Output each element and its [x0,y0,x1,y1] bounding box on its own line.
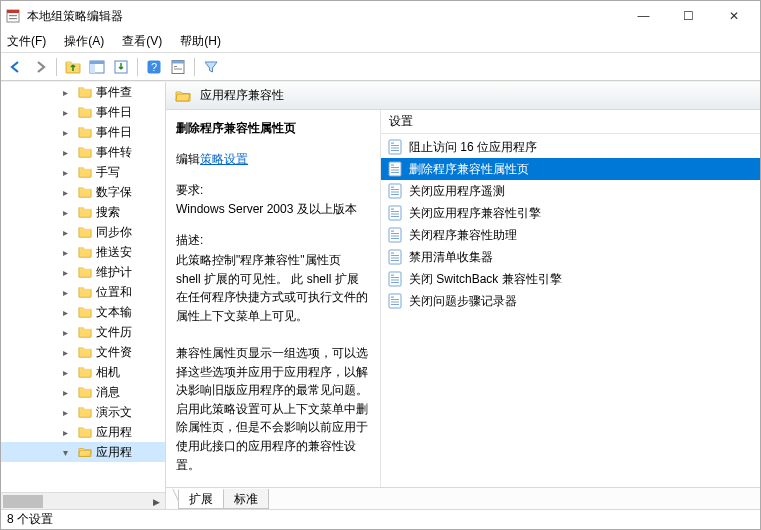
chevron-icon: ▸ [63,267,77,278]
chevron-icon: ▸ [63,367,77,378]
help-button[interactable] [143,56,165,78]
settings-list-pane: 设置 阻止访问 16 位应用程序删除程序兼容性属性页关闭应用程序遥测关闭应用程序… [381,110,760,487]
titlebar: 本地组策略编辑器 — ☐ ✕ [1,1,760,31]
tree-item-label: 文本输 [96,304,132,321]
chevron-icon: ▸ [63,167,77,178]
tree-item[interactable]: ▾应用程 [1,442,165,462]
settings-row[interactable]: 关闭程序兼容性助理 [381,224,760,246]
tree-item[interactable]: ▸文本输 [1,302,165,322]
content: 删除程序兼容性属性页 编辑策略设置 要求: Windows Server 200… [166,110,760,487]
tree-item[interactable]: ▸事件日 [1,102,165,122]
folder-icon [77,425,93,439]
tree-item[interactable]: ▸维护计 [1,262,165,282]
settings-list[interactable]: 阻止访问 16 位应用程序删除程序兼容性属性页关闭应用程序遥测关闭应用程序兼容性… [381,134,760,487]
settings-row[interactable]: 禁用清单收集器 [381,246,760,268]
chevron-icon: ▸ [63,247,77,258]
chevron-icon: ▸ [63,87,77,98]
status-bar: 8 个设置 [1,509,760,529]
category-title: 应用程序兼容性 [200,87,284,104]
setting-icon [387,161,403,177]
tree-item[interactable]: ▸演示文 [1,402,165,422]
svg-rect-17 [9,15,17,16]
folder-icon [77,405,93,419]
tree-item-label: 事件转 [96,144,132,161]
tree-item-label: 事件日 [96,104,132,121]
menu-help[interactable]: 帮助(H) [178,31,223,52]
menu-file[interactable]: 文件(F) [5,31,48,52]
minimize-button[interactable]: — [621,2,666,30]
tree-item-label: 搜索 [96,204,120,221]
export-button[interactable] [110,56,132,78]
chevron-icon: ▸ [63,407,77,418]
settings-row-label: 关闭应用程序兼容性引擎 [409,205,541,222]
tabstrip: 扩展 标准 [166,487,760,509]
tree-item-label: 文件资 [96,344,132,361]
settings-row-label: 删除程序兼容性属性页 [409,161,529,178]
folder-icon [77,305,93,319]
separator [194,58,195,76]
requirements-label: 要求: [176,182,368,199]
tree-item-label: 相机 [96,364,120,381]
tree-item[interactable]: ▸事件转 [1,142,165,162]
folder-icon [77,125,93,139]
column-header-setting[interactable]: 设置 [381,110,760,134]
tab-extended[interactable]: 扩展 [178,489,224,509]
tree-item-label: 消息 [96,384,120,401]
settings-row-label: 关闭问题步骤记录器 [409,293,517,310]
tree-item[interactable]: ▸推送安 [1,242,165,262]
category-header: 应用程序兼容性 [166,82,760,110]
show-pane-button[interactable] [86,56,108,78]
tree-item-label: 推送安 [96,244,132,261]
settings-row[interactable]: 关闭 SwitchBack 兼容性引擎 [381,268,760,290]
folder-icon [77,265,93,279]
tree-item[interactable]: ▸消息 [1,382,165,402]
menu-action[interactable]: 操作(A) [62,31,106,52]
tree-item[interactable]: ▸事件日 [1,122,165,142]
tree-item[interactable]: ▸相机 [1,362,165,382]
tree-item[interactable]: ▸手写 [1,162,165,182]
chevron-icon: ▸ [63,287,77,298]
tree-item-label: 事件日 [96,124,132,141]
window-title: 本地组策略编辑器 [27,8,621,25]
back-button[interactable] [5,56,27,78]
separator [137,58,138,76]
settings-row[interactable]: 关闭问题步骤记录器 [381,290,760,312]
settings-row[interactable]: 删除程序兼容性属性页 [381,158,760,180]
tree-item[interactable]: ▸应用程 [1,422,165,442]
scroll-thumb[interactable] [3,495,43,508]
up-button[interactable] [62,56,84,78]
tree-item[interactable]: ▸同步你 [1,222,165,242]
tree-item[interactable]: ▸位置和 [1,282,165,302]
settings-row-label: 阻止访问 16 位应用程序 [409,139,537,156]
tree-item[interactable]: ▸文件历 [1,322,165,342]
tree-item[interactable]: ▸文件资 [1,342,165,362]
tree-item[interactable]: ▸搜索 [1,202,165,222]
menu-view[interactable]: 查看(V) [120,31,164,52]
policy-settings-link[interactable]: 策略设置 [200,152,248,166]
chevron-icon: ▸ [63,127,77,138]
properties-button[interactable] [167,56,189,78]
close-button[interactable]: ✕ [711,2,756,30]
edit-policy-line: 编辑策略设置 [176,151,368,168]
chevron-icon: ▸ [63,347,77,358]
settings-row[interactable]: 关闭应用程序遥测 [381,180,760,202]
setting-icon [387,205,403,221]
description-body: 此策略控制"程序兼容性"属性页 shell 扩展的可见性。 此 shell 扩展… [176,251,368,474]
tab-standard[interactable]: 标准 [223,489,269,509]
tree-item-label: 手写 [96,164,120,181]
filter-button[interactable] [200,56,222,78]
tree[interactable]: ▸事件查▸事件日▸事件日▸事件转▸手写▸数字保▸搜索▸同步你▸推送安▸维护计▸位… [1,82,165,492]
tree-item[interactable]: ▸事件查 [1,82,165,102]
maximize-button[interactable]: ☐ [666,2,711,30]
setting-icon [387,183,403,199]
tree-item[interactable]: ▸数字保 [1,182,165,202]
tree-item-label: 演示文 [96,404,132,421]
chevron-icon: ▸ [63,327,77,338]
forward-button[interactable] [29,56,51,78]
tree-scrollbar[interactable]: ◀ ▶ [1,492,165,509]
settings-row[interactable]: 关闭应用程序兼容性引擎 [381,202,760,224]
detail-title: 删除程序兼容性属性页 [176,120,368,137]
settings-row[interactable]: 阻止访问 16 位应用程序 [381,136,760,158]
scroll-right-icon[interactable]: ▶ [148,493,165,510]
right-pane: 应用程序兼容性 删除程序兼容性属性页 编辑策略设置 要求: Windows Se… [166,82,760,509]
